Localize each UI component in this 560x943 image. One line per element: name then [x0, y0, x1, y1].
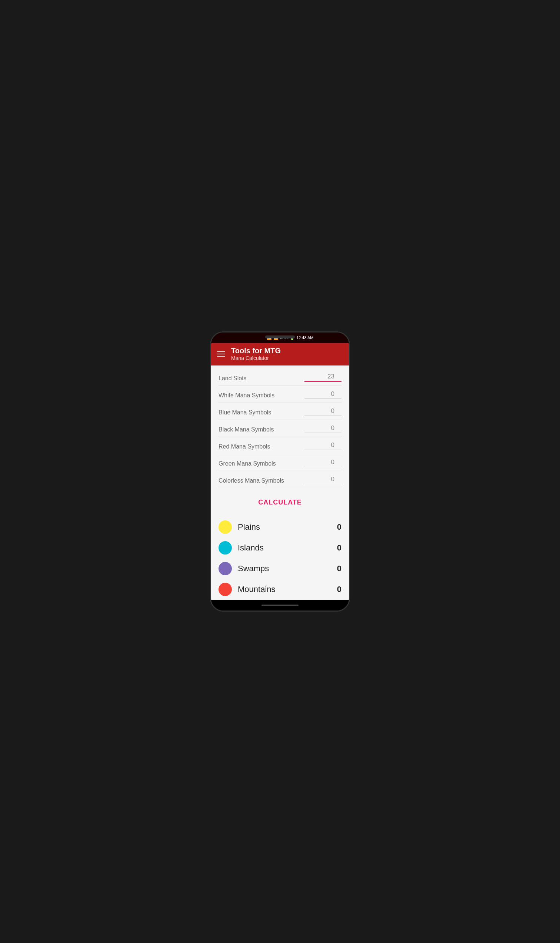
phone-frame: 📶 📶 56% 🔋 12:48 AM Tools for MTG Mana Ca…: [210, 331, 350, 612]
islands-label: Islands: [238, 543, 331, 553]
white-mana-row: White Mana Symbols: [218, 386, 342, 403]
result-swamps: Swamps 0: [218, 558, 342, 579]
blue-mana-input-wrap: [305, 407, 342, 416]
black-mana-label: Black Mana Symbols: [218, 426, 305, 433]
blue-mana-label: Blue Mana Symbols: [218, 409, 305, 416]
app-subtitle: Mana Calculator: [231, 355, 281, 361]
green-mana-input[interactable]: [305, 458, 342, 467]
green-mana-row: Green Mana Symbols: [218, 454, 342, 471]
menu-button[interactable]: [217, 351, 225, 357]
swamps-label: Swamps: [238, 564, 331, 573]
colorless-mana-row: Colorless Mana Symbols: [218, 471, 342, 488]
red-mana-row: Red Mana Symbols: [218, 437, 342, 454]
mountains-label: Mountains: [238, 585, 331, 594]
menu-line-3: [217, 356, 225, 357]
swamps-value: 0: [337, 564, 342, 573]
swamps-dot: [218, 562, 232, 575]
plains-dot: [218, 520, 232, 534]
islands-dot: [218, 541, 232, 554]
notch: [265, 335, 295, 338]
result-mountains: Mountains 0: [218, 579, 342, 600]
status-bar: 📶 📶 56% 🔋 12:48 AM: [211, 332, 349, 343]
divider-colorless: [218, 488, 342, 488]
menu-line-2: [217, 353, 225, 354]
colorless-mana-input-wrap: [305, 475, 342, 484]
colorless-mana-label: Colorless Mana Symbols: [218, 477, 305, 484]
white-mana-input[interactable]: [305, 390, 342, 399]
home-indicator: [262, 605, 298, 606]
white-mana-label: White Mana Symbols: [218, 392, 305, 399]
black-mana-input-wrap: [305, 424, 342, 433]
mountains-dot: [218, 583, 232, 596]
blue-mana-input[interactable]: [305, 407, 342, 416]
content-area: Land Slots White Mana Symbols Blue Mana …: [211, 366, 349, 600]
menu-line-1: [217, 351, 225, 352]
land-slots-input[interactable]: [305, 372, 342, 382]
black-mana-row: Black Mana Symbols: [218, 420, 342, 437]
green-mana-input-wrap: [305, 458, 342, 467]
land-slots-row: Land Slots: [218, 369, 342, 386]
land-slots-input-wrap: [305, 372, 342, 382]
green-mana-label: Green Mana Symbols: [218, 460, 305, 467]
plains-label: Plains: [238, 522, 331, 532]
black-mana-input[interactable]: [305, 424, 342, 433]
red-mana-label: Red Mana Symbols: [218, 443, 305, 450]
land-slots-label: Land Slots: [218, 375, 305, 382]
clock: 12:48 AM: [296, 335, 313, 340]
red-mana-input[interactable]: [305, 441, 342, 450]
result-plains: Plains 0: [218, 517, 342, 537]
app-header: Tools for MTG Mana Calculator: [211, 343, 349, 366]
islands-value: 0: [337, 543, 342, 553]
form-section: Land Slots White Mana Symbols Blue Mana …: [211, 366, 349, 491]
plains-value: 0: [337, 522, 342, 532]
colorless-mana-input[interactable]: [305, 475, 342, 484]
blue-mana-row: Blue Mana Symbols: [218, 403, 342, 420]
app-title: Tools for MTG: [231, 347, 281, 355]
header-text: Tools for MTG Mana Calculator: [231, 347, 281, 361]
red-mana-input-wrap: [305, 441, 342, 450]
bottom-bar: [211, 600, 349, 611]
result-islands: Islands 0: [218, 537, 342, 558]
white-mana-input-wrap: [305, 390, 342, 399]
results-section: Plains 0 Islands 0 Swamps 0 Mountains 0: [211, 514, 349, 600]
calculate-button[interactable]: CALCULATE: [211, 491, 349, 514]
mountains-value: 0: [337, 585, 342, 594]
